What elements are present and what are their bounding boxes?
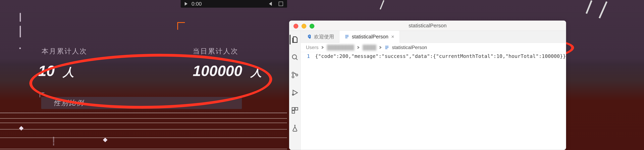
editor-area: 欢迎使用 statisticalPerson × Users ████████ … [301, 31, 566, 150]
code-line[interactable]: {"code":200,"message":"success","data":{… [315, 53, 566, 59]
breadcrumb-blur-2: ████ [362, 45, 376, 50]
chevron-right-icon [357, 46, 360, 49]
close-icon[interactable]: × [391, 34, 394, 40]
debug-icon[interactable] [290, 88, 300, 97]
svg-rect-5 [292, 108, 295, 110]
svg-point-1 [292, 72, 294, 74]
tab-welcome-label: 欢迎使用 [314, 33, 334, 40]
corner-frame-icon [177, 22, 185, 30]
window-titlebar[interactable]: statisticalPerson [289, 21, 566, 31]
svg-rect-7 [292, 111, 295, 113]
svg-point-2 [292, 76, 294, 78]
breadcrumb[interactable]: Users ████████ ████ statisticalPerson [301, 43, 566, 52]
video-controls: 0:00 [181, 0, 287, 8]
svg-point-0 [292, 55, 296, 59]
activity-bar [289, 31, 301, 150]
maximize-window-button[interactable] [310, 24, 314, 29]
chevron-right-icon [321, 46, 324, 49]
metric-label-day: 当日累计人次 [193, 47, 238, 56]
search-icon[interactable] [290, 53, 300, 62]
extensions-icon[interactable] [290, 106, 300, 115]
code-area[interactable]: 1 {"code":200,"message":"success","data"… [301, 52, 566, 60]
source-control-icon[interactable] [290, 70, 300, 80]
metric-label-month: 本月累计人次 [42, 47, 87, 56]
breadcrumb-blur-1: ████████ [327, 45, 354, 50]
volume-icon[interactable] [269, 2, 274, 6]
minimize-window-button[interactable] [302, 24, 306, 29]
breadcrumb-root: Users [306, 45, 318, 50]
breadcrumb-file: statisticalPerson [392, 45, 427, 50]
flask-icon[interactable] [290, 123, 300, 133]
svg-point-4 [292, 94, 294, 95]
line-number: 1 [301, 53, 315, 59]
explorer-icon[interactable] [290, 35, 299, 44]
video-time: 0:00 [192, 1, 202, 7]
svg-rect-6 [295, 108, 298, 110]
window-traffic-lights [294, 24, 314, 29]
running-track [0, 113, 287, 150]
window-title: statisticalPerson [408, 23, 446, 29]
fullscreen-icon[interactable] [279, 2, 283, 6]
tab-file[interactable]: statisticalPerson × [340, 31, 400, 43]
tab-row: 欢迎使用 statisticalPerson × [301, 31, 566, 43]
vscode-window: statisticalPerson 欢迎使用 statisticalPerson… [289, 21, 566, 150]
file-lines-icon [345, 34, 349, 39]
tab-welcome[interactable]: 欢迎使用 [301, 31, 340, 43]
tab-file-label: statisticalPerson [352, 34, 388, 40]
close-window-button[interactable] [294, 24, 298, 29]
play-icon[interactable] [185, 2, 188, 6]
vscode-logo-icon [306, 34, 311, 39]
file-lines-icon [385, 45, 389, 50]
chevron-right-icon [379, 46, 382, 49]
